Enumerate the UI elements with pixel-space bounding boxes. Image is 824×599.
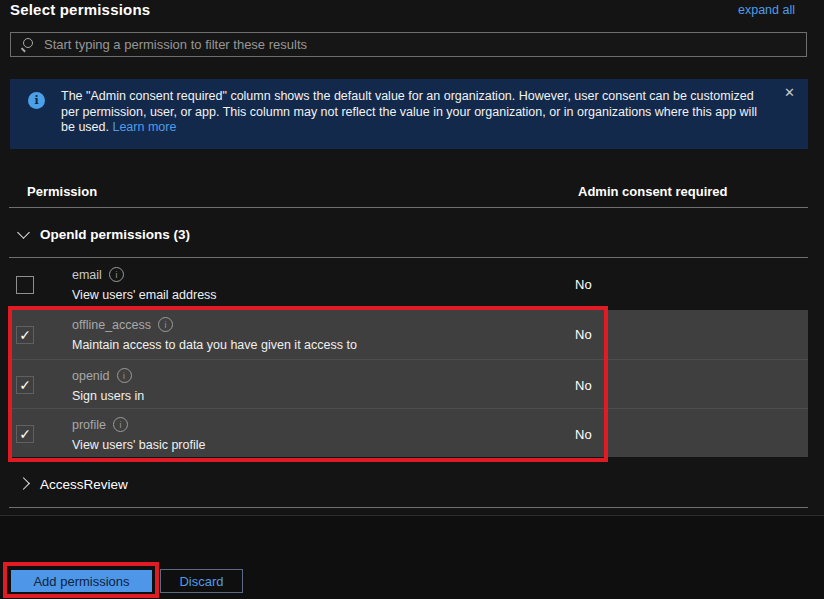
admin-consent-value: No xyxy=(575,327,592,342)
group-label-accessreview: AccessReview xyxy=(40,477,128,492)
group-row-accessreview[interactable]: AccessReview xyxy=(0,458,824,507)
close-icon[interactable]: ✕ xyxy=(784,86,795,99)
checkbox-profile[interactable]: ✓ xyxy=(16,425,34,443)
permission-name-text: offline_access xyxy=(72,318,151,332)
permission-search-box[interactable] xyxy=(10,32,807,57)
admin-consent-value: No xyxy=(575,277,592,292)
expand-all-link[interactable]: expand all xyxy=(738,3,795,17)
group-label-openid: OpenId permissions (3) xyxy=(40,227,190,242)
column-header-permission: Permission xyxy=(27,184,97,199)
learn-more-link[interactable]: Learn more xyxy=(112,120,176,134)
list-bottom-divider xyxy=(9,507,808,508)
permission-row-email[interactable]: emaili View users' email address No xyxy=(0,258,824,308)
permission-description: Sign users in xyxy=(72,389,144,403)
permission-name: openidi xyxy=(72,368,132,383)
add-permissions-button[interactable]: Add permissions xyxy=(11,570,152,592)
info-banner: i The "Admin consent required" column sh… xyxy=(10,79,808,149)
permission-name: emaili xyxy=(72,267,124,282)
info-icon: i xyxy=(28,92,45,109)
info-icon[interactable]: i xyxy=(117,368,132,383)
permission-name: offline_accessi xyxy=(72,317,173,332)
permission-description: View users' basic profile xyxy=(72,438,205,452)
chevron-down-icon[interactable] xyxy=(17,226,30,239)
search-input[interactable] xyxy=(42,36,806,53)
search-icon xyxy=(20,38,34,52)
checkbox-email[interactable] xyxy=(16,276,34,294)
page-title: Select permissions xyxy=(10,1,150,18)
permission-name-text: email xyxy=(72,268,102,282)
discard-button[interactable]: Discard xyxy=(160,569,243,593)
permission-name-text: openid xyxy=(72,369,110,383)
column-header-admin-consent: Admin consent required xyxy=(578,184,728,199)
checkbox-offline-access[interactable]: ✓ xyxy=(16,326,34,344)
chevron-right-icon[interactable] xyxy=(17,477,30,490)
permission-row-profile[interactable]: ✓ profilei View users' basic profile No xyxy=(9,408,808,457)
checkbox-openid[interactable]: ✓ xyxy=(16,376,34,394)
selected-permissions-block: ✓ offline_accessi Maintain access to dat… xyxy=(9,310,808,457)
info-icon[interactable]: i xyxy=(158,317,173,332)
admin-consent-value: No xyxy=(575,378,592,393)
group-row-openid-permissions[interactable]: OpenId permissions (3) xyxy=(0,208,824,257)
permission-description: View users' email address xyxy=(72,288,217,302)
permission-row-openid[interactable]: ✓ openidi Sign users in No xyxy=(9,359,808,408)
permission-description: Maintain access to data you have given i… xyxy=(72,338,357,352)
permission-row-offline-access[interactable]: ✓ offline_accessi Maintain access to dat… xyxy=(9,310,808,359)
banner-message: The "Admin consent required" column show… xyxy=(61,89,773,136)
select-permissions-panel: Select permissions expand all i The "Adm… xyxy=(0,0,824,599)
info-icon[interactable]: i xyxy=(109,267,124,282)
admin-consent-value: No xyxy=(575,427,592,442)
info-icon[interactable]: i xyxy=(113,417,128,432)
permission-name-text: profile xyxy=(72,418,106,432)
permission-name: profilei xyxy=(72,417,128,432)
